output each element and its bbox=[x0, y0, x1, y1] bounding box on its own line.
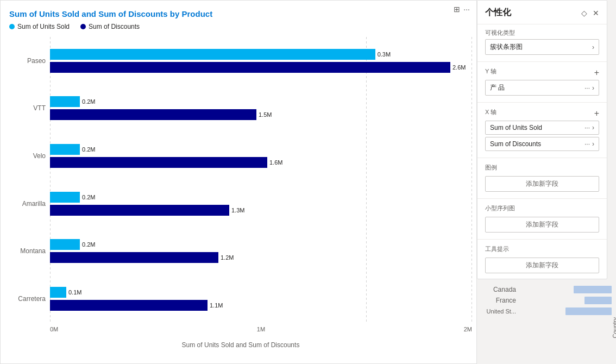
small-multiples-header: 小型序列图 bbox=[485, 204, 599, 215]
bar-label-vtt-dark: 1.5M bbox=[259, 111, 272, 118]
bar-group-paseo: 0.3M 2.6M bbox=[50, 48, 472, 73]
bar-velo-light bbox=[50, 144, 80, 155]
bar-vtt-dark bbox=[50, 109, 256, 120]
arrow-right-icon: › bbox=[592, 43, 594, 51]
y-label-carretera: Carretera bbox=[9, 295, 46, 303]
chart-legend: Sum of Units Sold Sum of Discounts bbox=[9, 23, 472, 30]
country-axis-label: Country bbox=[612, 317, 616, 338]
section-label-viz: 可视化类型 bbox=[485, 29, 599, 37]
section-field-sm-empty[interactable]: 添加新字段 bbox=[485, 217, 599, 233]
bar-carretera-dark bbox=[50, 300, 208, 311]
close-icon[interactable]: ✕ bbox=[593, 9, 599, 17]
section-field-y[interactable]: 产 品 ··· › bbox=[485, 80, 599, 96]
bar-row-paseo-light: 0.3M bbox=[50, 48, 472, 60]
bar-carretera-light bbox=[50, 287, 66, 298]
section-label-legend: 图例 bbox=[485, 164, 497, 172]
dots-icon-y: ··· bbox=[584, 84, 590, 92]
bar-label-velo-dark: 1.6M bbox=[269, 159, 282, 166]
y-label-vtt: VTT bbox=[9, 104, 46, 112]
grid-line-2 bbox=[472, 37, 472, 323]
chart-title: Sum of Units Sold and Sum of Discounts b… bbox=[9, 9, 472, 18]
bar-row-velo-light: 0.2M bbox=[50, 143, 472, 155]
bar-label-amarilla-dark: 1.3M bbox=[231, 207, 244, 214]
legend-label-units: Sum of Units Sold bbox=[17, 23, 70, 30]
bar-velo-dark bbox=[50, 157, 267, 168]
section-legend: 图例 添加新字段 bbox=[477, 159, 607, 197]
bar-label-montana-light: 0.2M bbox=[82, 241, 95, 248]
bar-label-velo-light: 0.2M bbox=[82, 146, 95, 153]
country-bar-us bbox=[565, 307, 612, 315]
bars-section: 0.3M 2.6M 0.2M 1.5M bbox=[50, 37, 472, 339]
bar-row-montana-dark: 1.2M bbox=[50, 252, 472, 263]
chart-area: Paseo VTT Velo Amarilla Montana Carreter… bbox=[9, 37, 472, 339]
bar-amarilla-dark bbox=[50, 205, 229, 216]
field-icons-x-discounts: ··· › bbox=[584, 140, 594, 148]
bar-row-carretera-light: 0.1M bbox=[50, 286, 472, 298]
bar-row-amarilla-light: 0.2M bbox=[50, 191, 472, 203]
bar-group-velo: 0.2M 1.6M bbox=[50, 143, 472, 168]
country-row-us: United St... bbox=[481, 307, 612, 315]
bar-row-paseo-dark: 2.6M bbox=[50, 61, 472, 73]
legend-dot-units bbox=[9, 24, 15, 29]
section-field-tooltip-empty[interactable]: 添加新字段 bbox=[485, 258, 599, 273]
bar-row-montana-light: 0.2M bbox=[50, 239, 472, 250]
chart-more-icon[interactable]: ··· bbox=[463, 5, 470, 14]
panel-header: 个性化 ◇ ✕ bbox=[477, 1, 607, 24]
chart-container: ⊞ ··· Sum of Units Sold and Sum of Disco… bbox=[0, 0, 477, 364]
bar-label-carretera-dark: 1.1M bbox=[210, 302, 223, 309]
bar-row-amarilla-dark: 1.3M bbox=[50, 204, 472, 216]
bar-row-velo-dark: 1.6M bbox=[50, 156, 472, 168]
bar-label-amarilla-light: 0.2M bbox=[82, 194, 95, 200]
country-label-canada: Canada bbox=[481, 286, 519, 293]
section-label-x: X 轴 bbox=[485, 108, 496, 116]
section-x-axis: X 轴 + Sum of Units Sold ··· › Sum of Dis… bbox=[477, 104, 607, 156]
field-icons-x-units: ··· › bbox=[584, 124, 594, 131]
grid-lines bbox=[50, 37, 472, 323]
section-y-axis: Y 轴 + 产 品 ··· › bbox=[477, 63, 607, 101]
y-label-montana: Montana bbox=[9, 247, 46, 255]
bar-montana-dark bbox=[50, 252, 218, 263]
reset-icon[interactable]: ◇ bbox=[581, 9, 587, 17]
section-field-viz[interactable]: 簇状条形图 › bbox=[485, 39, 599, 55]
field-text-y: 产 品 bbox=[490, 83, 584, 92]
x-axis-title: Sum of Units Sold and Sum of Discounts bbox=[9, 341, 472, 349]
bar-row-carretera-dark: 1.1M bbox=[50, 299, 472, 311]
section-label-y: Y 轴 bbox=[485, 67, 496, 76]
section-field-legend-empty[interactable]: 添加新字段 bbox=[485, 176, 599, 192]
chart-toolbar: ⊞ ··· bbox=[454, 5, 470, 14]
grid-line-1 bbox=[366, 37, 367, 323]
dots-icon-x-units: ··· bbox=[584, 124, 590, 131]
country-label-us: United St... bbox=[481, 308, 519, 315]
bar-group-carretera: 0.1M 1.1M bbox=[50, 286, 472, 311]
bar-row-vtt-light: 0.2M bbox=[50, 96, 472, 108]
x-axis-plus-icon[interactable]: + bbox=[594, 109, 599, 118]
tooltip-header: 工具提示 bbox=[485, 245, 599, 255]
y-axis-plus-icon[interactable]: + bbox=[594, 68, 599, 77]
country-label-france: France bbox=[481, 297, 519, 304]
right-panel: 个性化 ◇ ✕ 可视化类型 簇状条形图 › Y 轴 + 产 品 · bbox=[477, 0, 616, 364]
bar-label-montana-dark: 1.2M bbox=[221, 254, 234, 261]
section-small-multiples: 小型序列图 添加新字段 bbox=[477, 200, 607, 238]
panel-header-icons: ◇ ✕ bbox=[581, 9, 599, 17]
country-row-canada: Canada bbox=[481, 286, 612, 293]
section-field-x-discounts[interactable]: Sum of Discounts ··· › bbox=[485, 137, 599, 151]
grid-line-0 bbox=[50, 37, 51, 323]
country-section: Canada France United St... Country bbox=[477, 281, 616, 318]
chart-icon-1[interactable]: ⊞ bbox=[454, 5, 460, 14]
x-axis: 0M 1M 2M bbox=[50, 324, 472, 339]
legend-dot-discounts bbox=[80, 24, 86, 29]
bar-label-vtt-light: 0.2M bbox=[82, 98, 95, 105]
bar-group-vtt: 0.2M 1.5M bbox=[50, 96, 472, 121]
field-icons-y: ··· › bbox=[584, 84, 594, 92]
arrow-right-y: › bbox=[592, 84, 594, 92]
panel-title: 个性化 bbox=[485, 7, 511, 18]
section-label-sm: 小型序列图 bbox=[485, 204, 515, 212]
bar-montana-light bbox=[50, 239, 80, 250]
section-field-x-units[interactable]: Sum of Units Sold ··· › bbox=[485, 121, 599, 135]
personalize-panel: 个性化 ◇ ✕ 可视化类型 簇状条形图 › Y 轴 + 产 品 · bbox=[477, 0, 607, 279]
field-text-x-discounts: Sum of Discounts bbox=[490, 140, 584, 148]
field-text-viz: 簇状条形图 bbox=[490, 42, 592, 52]
x-label-0: 0M bbox=[50, 326, 58, 332]
arrow-right-x-discounts: › bbox=[592, 140, 594, 148]
y-label-amarilla: Amarilla bbox=[9, 200, 46, 208]
